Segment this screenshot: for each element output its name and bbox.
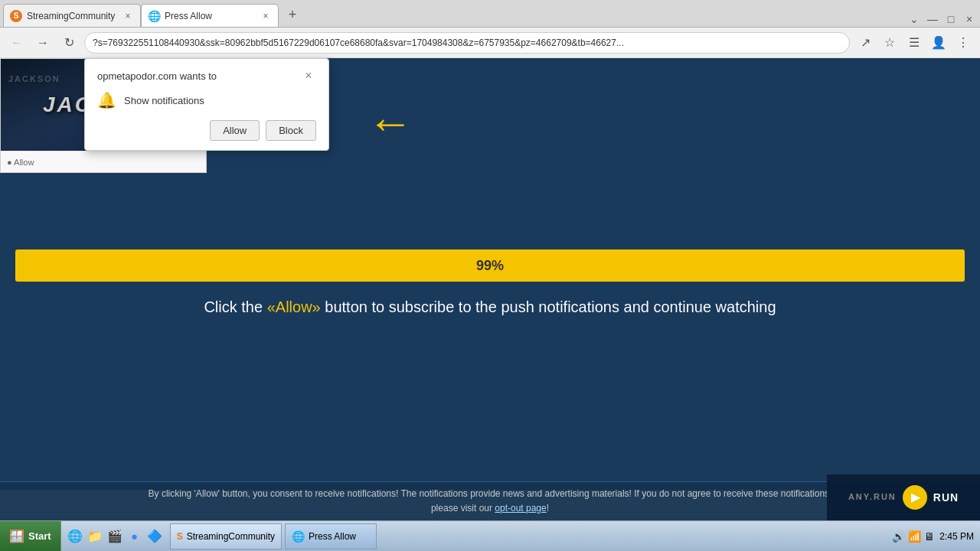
banner-text-line2: please visit our opt-out page! xyxy=(31,501,949,516)
folder-icon[interactable]: 📁 xyxy=(86,527,104,546)
start-button[interactable]: 🪟 Start xyxy=(0,521,61,551)
address-bar: ← → ↻ ↗ ☆ ☰ 👤 ⋮ xyxy=(0,28,980,58)
anyrun-logo-run: RUN xyxy=(933,489,959,506)
anyrun-play-btn: ▶ xyxy=(903,485,927,510)
bottom-banner: × By clicking 'Allow' button, you consen… xyxy=(0,481,980,520)
notif-header: opmetapodor.com wants to × xyxy=(97,68,316,83)
tab-streaming-community[interactable]: S StreamingCommunity × xyxy=(3,4,141,27)
notif-buttons: Allow Block xyxy=(97,120,316,141)
media-player-icon[interactable]: 🎬 xyxy=(106,527,124,546)
new-tab-btn[interactable]: + xyxy=(282,4,303,25)
network-icon[interactable]: 📶 xyxy=(908,530,921,543)
tab1-close-btn[interactable]: × xyxy=(122,10,134,22)
thumbnail-allow-btn: ● Allow xyxy=(7,158,34,167)
arrow-left-icon: ← xyxy=(368,96,413,149)
monitor-icon[interactable]: 🖥 xyxy=(924,530,935,543)
tab-list: S StreamingCommunity × 🌐 Press Allow × + xyxy=(0,4,903,27)
windows-icon: 🪟 xyxy=(9,529,24,543)
progress-bar: 99% xyxy=(15,249,965,282)
taskbar-right: 🔊 📶 🖥 2:45 PM xyxy=(886,530,980,543)
sys-tray-icons: 🔊 📶 🖥 xyxy=(892,530,935,543)
tab2-favicon: 🌐 xyxy=(148,10,160,22)
arrow-container: ← xyxy=(368,96,413,149)
tab1-title: StreamingCommunity xyxy=(27,11,117,21)
notif-close-btn[interactable]: × xyxy=(301,68,316,83)
app2-icon: 🌐 xyxy=(292,530,305,543)
taskbar-app-streaming[interactable]: S StreamingCommunity xyxy=(170,523,282,549)
anyrun-play-icon: ▶ xyxy=(911,487,920,507)
app1-label: StreamingCommunity xyxy=(187,531,275,542)
anyrun-logo-text: ANY.RUN xyxy=(848,491,897,504)
tab-press-allow[interactable]: 🌐 Press Allow × xyxy=(141,4,279,27)
instruction-suffix: button to subscribe to the push notifica… xyxy=(321,298,776,315)
refresh-btn[interactable]: ↻ xyxy=(58,32,80,54)
address-input[interactable] xyxy=(84,32,850,54)
tab2-close-btn[interactable]: × xyxy=(260,10,272,22)
taskbar-app-press-allow[interactable]: 🌐 Press Allow xyxy=(285,523,377,549)
notif-body: 🔔 Show notifications xyxy=(97,91,316,109)
bell-icon: 🔔 xyxy=(97,91,116,109)
bookmark-icon[interactable]: ☆ xyxy=(879,32,900,54)
taskbar: 🪟 Start 🌐 📁 🎬 ● 🔷 S StreamingCommunity 🌐… xyxy=(0,520,980,551)
volume-icon[interactable]: 🔊 xyxy=(892,530,905,543)
reading-mode-icon[interactable]: ☰ xyxy=(903,32,925,54)
app2-label: Press Allow xyxy=(309,531,356,542)
notif-title: opmetapodor.com wants to xyxy=(97,70,217,82)
opt-out-link[interactable]: opt-out page xyxy=(495,503,546,514)
app1-icon: S xyxy=(177,531,183,542)
minimize-btn[interactable]: — xyxy=(925,11,940,27)
tab-bar: S StreamingCommunity × 🌐 Press Allow × +… xyxy=(0,0,980,28)
profile-icon[interactable]: 👤 xyxy=(928,32,949,54)
anyrun-watermark: ANY.RUN ▶ RUN xyxy=(827,474,980,520)
banner-text-after-link: ! xyxy=(547,503,549,514)
menu-icon[interactable]: ⋮ xyxy=(952,32,974,54)
allow-button[interactable]: Allow xyxy=(210,120,260,141)
start-label: Start xyxy=(28,530,51,542)
tab1-favicon: S xyxy=(10,10,22,22)
close-window-btn[interactable]: × xyxy=(962,11,977,27)
notification-popup: opmetapodor.com wants to × 🔔 Show notifi… xyxy=(84,58,329,151)
notif-permission-text: Show notifications xyxy=(124,95,204,106)
allow-highlight: «Allow» xyxy=(267,298,321,315)
progress-container: 99% xyxy=(15,249,965,282)
forward-btn[interactable]: → xyxy=(32,32,54,54)
edge-icon[interactable]: 🔷 xyxy=(145,527,164,546)
share-icon[interactable]: ↗ xyxy=(854,32,876,54)
thumbnail-bar-bottom: ● Allow xyxy=(1,151,206,172)
instruction-text: Click the «Allow» button to subscribe to… xyxy=(0,295,980,318)
taskbar-quick-launch: 🌐 📁 🎬 ● 🔷 xyxy=(61,527,168,546)
progress-label: 99% xyxy=(476,258,504,274)
tab-list-scroll-btn[interactable]: ⌄ xyxy=(906,11,922,27)
tab2-title: Press Allow xyxy=(165,11,255,21)
ie-icon[interactable]: 🌐 xyxy=(66,527,84,546)
banner-text-line1: By clicking 'Allow' button, you consent … xyxy=(31,487,949,501)
instruction-prefix: Click the xyxy=(204,298,266,315)
taskbar-time: 2:45 PM xyxy=(939,531,974,542)
toolbar-icons: ↗ ☆ ☰ 👤 ⋮ xyxy=(854,32,974,54)
back-btn[interactable]: ← xyxy=(6,32,28,54)
chrome-icon[interactable]: ● xyxy=(126,527,144,546)
banner-text-before-link: please visit our xyxy=(431,503,495,514)
maximize-btn[interactable]: □ xyxy=(943,11,959,27)
tab-bar-right: ⌄ — □ × xyxy=(903,11,980,27)
block-button[interactable]: Block xyxy=(266,120,316,141)
